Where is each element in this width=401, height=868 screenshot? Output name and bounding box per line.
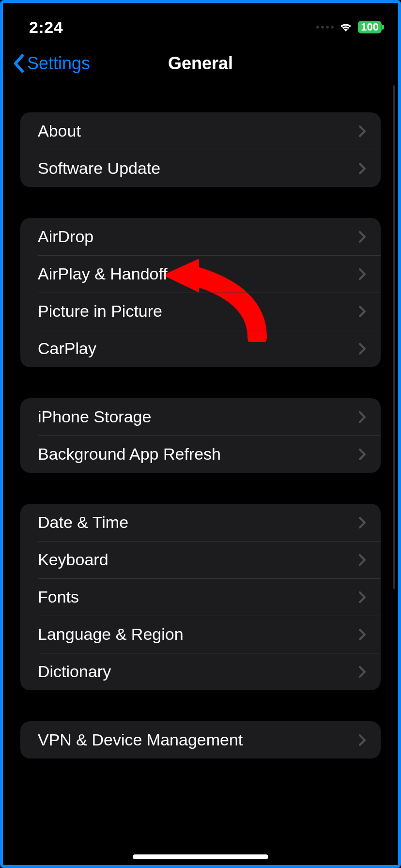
row-label: Date & Time	[38, 513, 128, 532]
row-vpn-device-management[interactable]: VPN & Device Management	[20, 721, 381, 759]
row-keyboard[interactable]: Keyboard	[20, 541, 381, 578]
row-label: Dictionary	[38, 662, 111, 681]
row-software-update[interactable]: Software Update	[20, 150, 381, 187]
chevron-right-icon	[358, 448, 366, 461]
row-date-time[interactable]: Date & Time	[20, 504, 381, 541]
chevron-right-icon	[358, 411, 366, 423]
status-time: 2:24	[29, 18, 63, 37]
row-label: iPhone Storage	[38, 407, 151, 426]
chevron-right-icon	[358, 231, 366, 243]
status-right-cluster: 100	[316, 21, 382, 33]
chevron-right-icon	[358, 734, 366, 746]
wifi-icon	[339, 22, 353, 32]
row-background-app-refresh[interactable]: Background App Refresh	[20, 435, 381, 473]
settings-group-1: About Software Update	[20, 112, 381, 187]
settings-group-3: iPhone Storage Background App Refresh	[20, 398, 381, 473]
chevron-right-icon	[358, 342, 366, 355]
row-dictionary[interactable]: Dictionary	[20, 653, 381, 690]
back-label: Settings	[27, 53, 90, 74]
settings-group-2: AirDrop AirPlay & Handoff Picture in Pic…	[20, 218, 381, 367]
row-label: Picture in Picture	[38, 302, 162, 321]
settings-content: About Software Update AirDrop AirPlay &	[3, 112, 398, 759]
row-airplay-handoff[interactable]: AirPlay & Handoff	[20, 255, 381, 293]
row-iphone-storage[interactable]: iPhone Storage	[20, 398, 381, 435]
row-label: VPN & Device Management	[38, 730, 243, 749]
chevron-right-icon	[358, 628, 366, 641]
row-airdrop[interactable]: AirDrop	[20, 218, 381, 255]
chevron-left-icon	[13, 54, 25, 73]
row-carplay[interactable]: CarPlay	[20, 330, 381, 367]
settings-group-4: Date & Time Keyboard Fonts Language & Re…	[20, 504, 381, 690]
row-label: Language & Region	[38, 625, 184, 644]
back-button[interactable]: Settings	[13, 53, 90, 74]
row-label: About	[38, 122, 81, 140]
row-label: Keyboard	[38, 550, 108, 569]
row-label: AirDrop	[38, 227, 93, 246]
row-fonts[interactable]: Fonts	[20, 578, 381, 616]
nav-header: Settings General	[3, 42, 398, 85]
chevron-right-icon	[358, 666, 366, 678]
row-language-region[interactable]: Language & Region	[20, 616, 381, 653]
battery-level-badge: 100	[358, 21, 382, 33]
chevron-right-icon	[358, 516, 366, 529]
chevron-right-icon	[358, 591, 366, 604]
status-bar: 2:24 100	[3, 3, 398, 42]
chevron-right-icon	[358, 554, 366, 566]
row-about[interactable]: About	[20, 112, 381, 150]
settings-group-5: VPN & Device Management	[20, 721, 381, 759]
chevron-right-icon	[358, 268, 366, 280]
row-label: CarPlay	[38, 339, 96, 358]
chevron-right-icon	[358, 125, 366, 138]
row-label: Fonts	[38, 588, 79, 606]
home-indicator[interactable]	[133, 854, 268, 859]
row-label: AirPlay & Handoff	[38, 264, 168, 283]
cellular-dots-icon	[316, 26, 334, 29]
row-label: Background App Refresh	[38, 445, 221, 464]
chevron-right-icon	[358, 162, 366, 175]
row-label: Software Update	[38, 159, 160, 178]
chevron-right-icon	[358, 305, 366, 318]
row-picture-in-picture[interactable]: Picture in Picture	[20, 293, 381, 330]
